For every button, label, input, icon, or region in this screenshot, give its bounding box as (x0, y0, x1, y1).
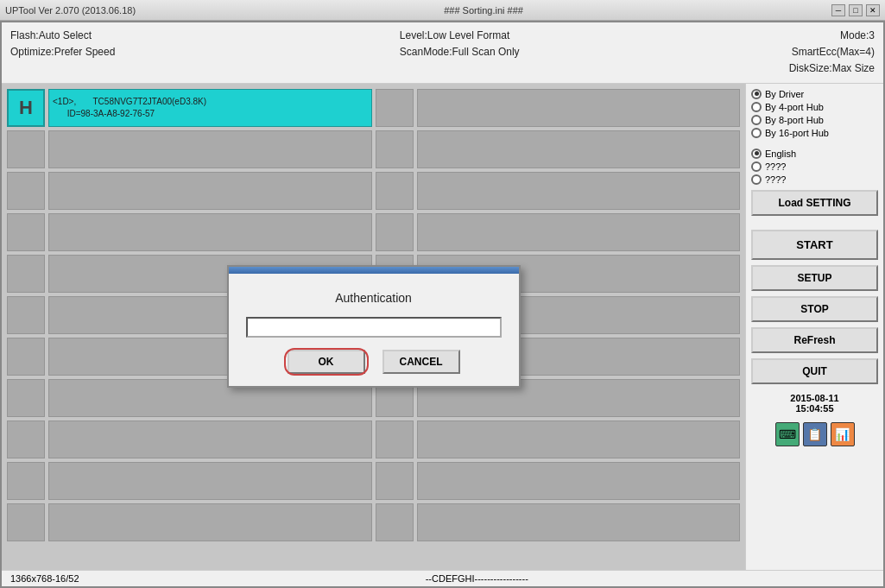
radio-lang3[interactable]: ???? (751, 174, 878, 185)
radio-dot-16port (751, 128, 762, 138)
lang-radio-group: English ???? ???? (751, 149, 878, 185)
authentication-dialog: Authentication OK CANCEL (227, 265, 521, 388)
date-line: 2015-08-11 (751, 393, 878, 403)
radio-label-8port: By 8-port Hub (765, 115, 824, 125)
radio-label-driver: By Driver (765, 89, 804, 99)
grid-area: H (2, 84, 745, 570)
info-left: Flash:Auto Select Optimize:Prefer Speed (10, 28, 398, 78)
info-center: Level:Low Level Format ScanMode:Full Sca… (400, 28, 787, 78)
info-right: Mode:3 SmartEcc(Max=4) DiskSize:Max Size (789, 28, 875, 78)
radio-dot-8port (751, 115, 762, 125)
title-bar: UPTool Ver 2.070 (2013.06.18) ### Sortin… (0, 0, 885, 21)
stop-button[interactable]: STOP (751, 296, 878, 322)
driver-radio-group: By Driver By 4-port Hub By 8-port Hub By… (751, 89, 878, 138)
radio-label-lang2: ???? (765, 161, 786, 172)
smartecc-info: SmartEcc(Max=4) (789, 44, 875, 60)
chart-icon[interactable]: 📊 (831, 422, 855, 446)
scanmode-info: ScanMode:Full Scan Only (400, 44, 787, 60)
disksize-info: DiskSize:Max Size (789, 60, 875, 77)
ok-button[interactable]: OK (288, 350, 365, 374)
bottom-icons: ⌨ 📋 📊 (751, 422, 878, 446)
modal-body: Authentication OK CANCEL (229, 274, 519, 386)
radio-dot-4port (751, 102, 762, 112)
level-info: Level:Low Level Format (400, 28, 787, 44)
radio-label-16port: By 16-port Hub (765, 128, 829, 138)
table-icon[interactable]: 📋 (803, 422, 827, 446)
start-button[interactable]: START (751, 230, 878, 260)
radio-english[interactable]: English (751, 149, 878, 159)
subtitle: ### Sorting.ini ### (444, 5, 523, 16)
setup-button[interactable]: SETUP (751, 265, 878, 291)
status-left: 1366x768-16/52 (10, 573, 79, 584)
quit-button[interactable]: QUIT (751, 358, 878, 384)
flash-info: Flash:Auto Select (10, 28, 398, 44)
radio-lang2[interactable]: ???? (751, 161, 878, 172)
main-area: H (2, 84, 883, 570)
close-button[interactable]: ✕ (866, 4, 880, 16)
app-window: Flash:Auto Select Optimize:Prefer Speed … (0, 21, 885, 588)
status-bar: 1366x768-16/52 --CDEFGHI----------------… (2, 570, 883, 586)
radio-dot-english (751, 149, 762, 159)
modal-title-bar (229, 267, 519, 274)
radio-dot-lang2 (751, 161, 762, 172)
radio-label-english: English (765, 149, 796, 159)
time-line: 15:04:55 (751, 403, 878, 414)
auth-input[interactable] (246, 317, 502, 338)
keyboard-icon[interactable]: ⌨ (775, 422, 800, 446)
radio-by-4port[interactable]: By 4-port Hub (751, 102, 878, 112)
radio-dot-lang3 (751, 174, 762, 185)
radio-dot-driver (751, 89, 762, 99)
radio-label-4port: By 4-port Hub (765, 102, 824, 112)
app-title: UPTool Ver 2.070 (2013.06.18) (5, 5, 136, 16)
load-setting-button[interactable]: Load SETTING (751, 190, 878, 216)
datetime-display: 2015-08-11 15:04:55 (751, 393, 878, 414)
cancel-button[interactable]: CANCEL (382, 350, 460, 374)
radio-by-driver[interactable]: By Driver (751, 89, 878, 99)
right-panel: By Driver By 4-port Hub By 8-port Hub By… (745, 84, 883, 570)
modal-auth-label: Authentication (246, 291, 502, 305)
radio-label-lang3: ???? (765, 174, 786, 185)
window-controls: ─ □ ✕ (831, 4, 880, 16)
optimize-info: Optimize:Prefer Speed (10, 44, 398, 60)
radio-by-16port[interactable]: By 16-port Hub (751, 128, 878, 138)
restore-button[interactable]: □ (849, 4, 863, 16)
refresh-button[interactable]: ReFresh (751, 327, 878, 353)
info-bar: Flash:Auto Select Optimize:Prefer Speed … (2, 22, 883, 84)
mode-info: Mode:3 (789, 28, 875, 44)
status-center: --CDEFGHI----------------- (426, 573, 528, 584)
modal-buttons: OK CANCEL (246, 350, 502, 374)
modal-overlay: Authentication OK CANCEL (2, 84, 745, 570)
radio-by-8port[interactable]: By 8-port Hub (751, 115, 878, 125)
minimize-button[interactable]: ─ (831, 4, 845, 16)
